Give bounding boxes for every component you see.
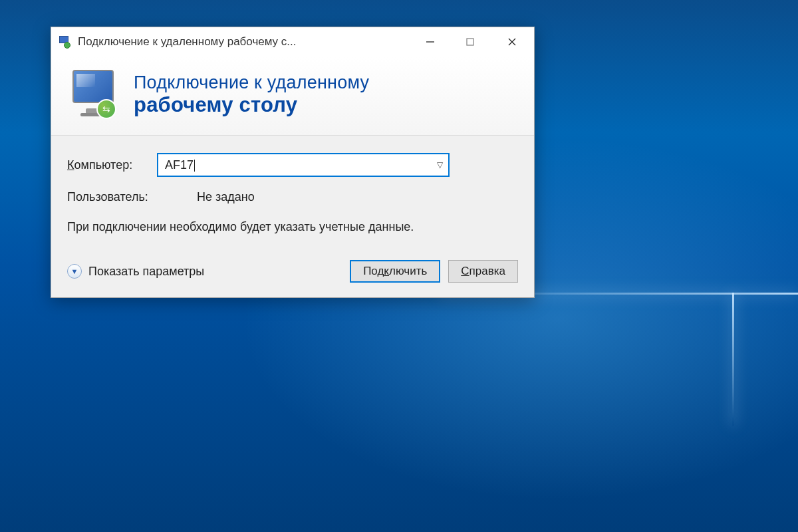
dialog-body: Компьютер: AF17 ▽ Пользователь: Не задан… [51,136,534,297]
computer-label: Компьютер: [67,158,157,172]
connect-button[interactable]: Подключить [350,260,440,283]
header-line1: Подключение к удаленному [134,72,369,93]
rdp-large-icon: ⇆ [67,68,119,120]
rdp-app-icon [58,35,71,49]
user-value: Не задано [197,190,255,204]
minimize-button[interactable] [410,27,450,57]
user-field-row: Пользователь: Не задано [67,190,518,204]
window-title: Подключение к удаленному рабочему с... [78,35,410,49]
window-controls [410,27,534,57]
desktop-light-beam [732,293,734,426]
show-options-label: Показать параметры [88,265,204,279]
rdp-dialog-window: Подключение к удаленному рабочему с... ⇆… [51,27,535,298]
user-label: Пользователь: [67,190,197,204]
svg-rect-1 [467,39,473,45]
computer-field-row: Компьютер: AF17 ▽ [67,153,518,177]
footer-row: ▼ Показать параметры Подключить Справка [67,260,518,283]
header-text: Подключение к удаленному рабочему столу [134,72,369,117]
close-button[interactable] [490,27,534,57]
show-options-toggle[interactable]: ▼ Показать параметры [67,264,204,279]
header-band: ⇆ Подключение к удаленному рабочему стол… [51,57,534,136]
credentials-info-text: При подключении необходимо будет указать… [67,219,440,235]
button-group: Подключить Справка [350,260,518,283]
header-line2: рабочему столу [134,93,369,117]
expand-down-icon: ▼ [67,264,82,279]
maximize-button[interactable] [450,27,490,57]
titlebar[interactable]: Подключение к удаленному рабочему с... [51,27,534,57]
chevron-down-icon[interactable]: ▽ [437,160,443,170]
help-button[interactable]: Справка [448,260,518,283]
computer-input-value: AF17 [165,158,194,172]
computer-combobox[interactable]: AF17 ▽ [157,153,450,177]
